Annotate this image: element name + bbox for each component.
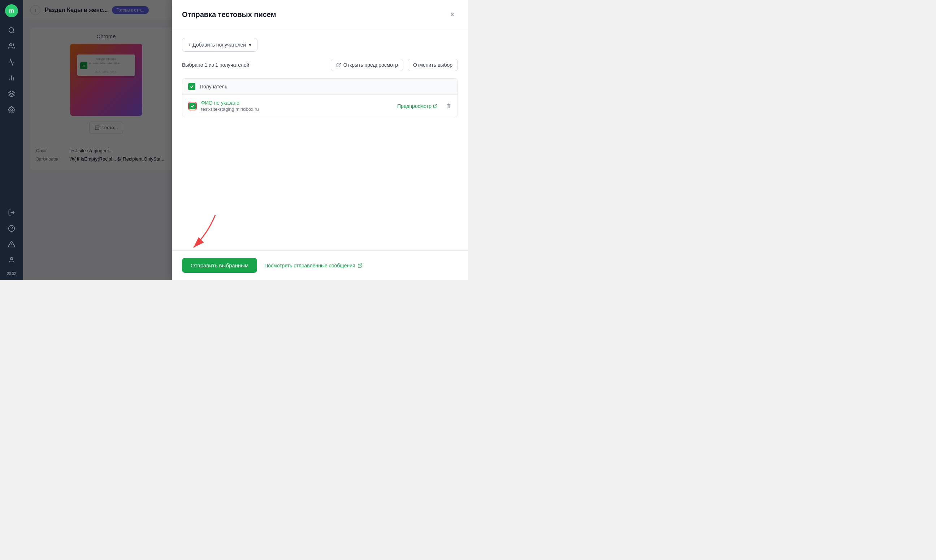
sidebar-item-integrations[interactable]: [4, 86, 19, 101]
sidebar-time: 20:32: [7, 272, 16, 276]
recipient-preview-link[interactable]: Предпросмотр: [397, 103, 437, 109]
cancel-selection-label: Отменить выбор: [413, 62, 452, 68]
sidebar-item-campaigns[interactable]: [4, 55, 19, 69]
sidebar: m: [0, 0, 23, 280]
sidebar-item-settings[interactable]: [4, 103, 19, 117]
svg-point-0: [9, 28, 14, 32]
modal-title: Отправка тестовых писем: [182, 11, 276, 19]
sidebar-item-search[interactable]: [4, 23, 19, 37]
svg-line-1: [13, 32, 14, 33]
table-row: ФИО не указано test-site-staging.mindbox…: [182, 95, 458, 117]
sidebar-item-help[interactable]: [4, 221, 19, 235]
modal-header: Отправка тестовых писем ×: [172, 0, 468, 29]
svg-point-2: [9, 44, 12, 46]
modal-panel: Отправка тестовых писем × + Добавить пол…: [172, 0, 468, 280]
svg-point-12: [11, 258, 13, 260]
selection-count: Выбрано 1 из 1 получателей: [182, 62, 327, 68]
recipient-checkbox[interactable]: [188, 102, 197, 111]
logo[interactable]: m: [5, 4, 18, 17]
select-all-checkbox[interactable]: [188, 83, 195, 90]
svg-line-17: [359, 263, 361, 266]
open-preview-label: Открыть предпросмотр: [344, 62, 398, 68]
recipients-table: Получатель ФИО не указано test-site-stag…: [182, 78, 458, 117]
selection-bar: Выбрано 1 из 1 получателей Открыть предп…: [182, 59, 458, 71]
recipient-info: ФИО не указано test-site-staging.mindbox…: [201, 100, 393, 112]
modal-body: + Добавить получателей ▾ Выбрано 1 из 1 …: [172, 29, 468, 251]
svg-line-15: [435, 104, 437, 106]
add-recipients-button[interactable]: + Добавить получателей ▾: [182, 38, 258, 52]
recipient-site: test-site-staging.mindbox.ru: [201, 106, 393, 112]
modal-footer: Отправить выбранным Посмотреть отправлен…: [172, 251, 468, 280]
sidebar-item-analytics[interactable]: [4, 71, 19, 85]
column-header-recipient: Получатель: [200, 84, 228, 89]
sidebar-item-users[interactable]: [4, 39, 19, 54]
table-header: Получатель: [182, 78, 458, 95]
view-messages-link[interactable]: Посмотреть отправленные сообщения: [264, 263, 362, 268]
preview-link-label: Предпросмотр: [397, 103, 432, 109]
send-selected-button[interactable]: Отправить выбранным: [182, 258, 257, 273]
open-preview-button[interactable]: Открыть предпросмотр: [331, 59, 403, 71]
svg-point-6: [11, 109, 12, 111]
recipient-name: ФИО не указано: [201, 100, 393, 106]
send-btn-label: Отправить выбранным: [191, 262, 248, 268]
sidebar-item-exit[interactable]: [4, 205, 19, 220]
chevron-down-icon: ▾: [249, 42, 251, 48]
view-messages-label: Посмотреть отправленные сообщения: [264, 263, 355, 268]
sidebar-item-profile[interactable]: [4, 253, 19, 268]
add-recipients-label: + Добавить получателей: [188, 42, 246, 48]
cancel-selection-button[interactable]: Отменить выбор: [408, 59, 458, 71]
delete-recipient-button[interactable]: 🗑: [446, 103, 452, 109]
sidebar-item-alert[interactable]: [4, 237, 19, 251]
svg-line-14: [338, 63, 341, 65]
close-button[interactable]: ×: [446, 9, 458, 20]
